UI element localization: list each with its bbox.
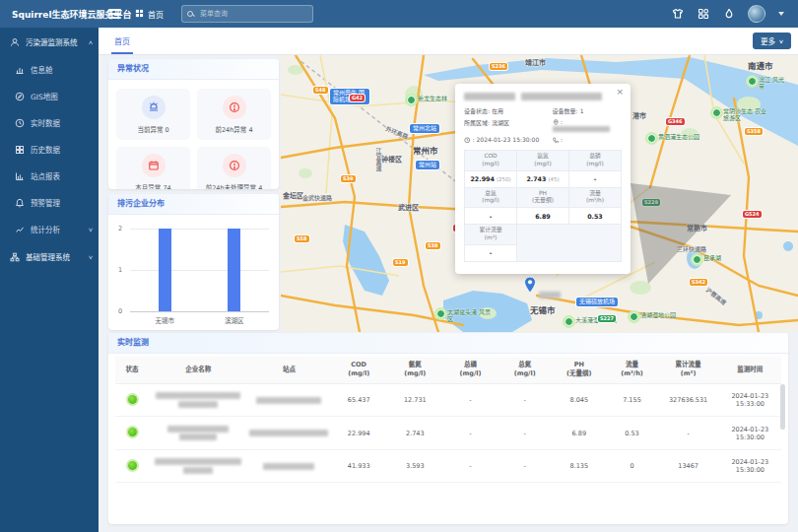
cell-tp: - — [443, 383, 498, 417]
road-badge: S19 — [393, 259, 408, 266]
abnormal-card-label: 当前异常 0 — [137, 124, 168, 134]
chart-bar — [159, 229, 171, 311]
map-poi-green: 常阴沙生态 农业旅游区 — [712, 108, 768, 122]
main-content: 异常状况 当前异常 0前24h异常 4本月异常 74前24h未处理异常 4 排污… — [99, 54, 798, 532]
chart-category-label: 无锡市 — [156, 315, 175, 325]
sidebar-item-gis-map[interactable]: GIS地图 — [0, 83, 99, 109]
gis-map-icon — [15, 91, 26, 101]
sidebar-item-base-system[interactable]: 基础管理系统∨ — [0, 242, 99, 271]
status-dot-online — [128, 461, 137, 470]
park-poi-icon — [407, 96, 416, 104]
cell-cod: 65.437 — [331, 383, 387, 417]
pin-label-redacted — [539, 292, 561, 299]
table-header: 总氮(mg/l) — [498, 357, 552, 383]
theme-skin-icon[interactable] — [671, 8, 684, 21]
table-header: 总磷(mg/l) — [443, 357, 498, 383]
chevron-up-icon: ∧ — [88, 39, 94, 45]
sidebar-item-realtime-data[interactable]: 实时数据 — [0, 109, 99, 136]
sidebar-item-label: 基础管理系统 — [26, 251, 70, 262]
breadcrumb-home[interactable]: 首页 — [148, 9, 164, 20]
sidebar-item-stats-analysis[interactable]: 统计分析∨ — [0, 216, 99, 242]
cell-total: - — [658, 417, 719, 450]
sidebar-item-alert-manage[interactable]: 预警管理 — [0, 189, 99, 216]
sidebar-item-label: 站点报表 — [31, 170, 60, 181]
road-badge: S38 — [426, 242, 440, 249]
sidebar-item-label: 实时数据 — [31, 117, 60, 128]
map-label: 南通市 — [748, 59, 773, 71]
alert-circle-icon — [223, 96, 246, 119]
calendar-icon — [142, 154, 166, 177]
user-avatar[interactable] — [748, 5, 765, 23]
cell-tp: - — [443, 417, 498, 450]
cell-tn: - — [498, 449, 552, 483]
abnormal-card-3[interactable]: 前24h未处理异常 4 — [197, 147, 271, 189]
table-row[interactable]: 65.43712.731--8.0457.155327636.5312024-0… — [115, 383, 781, 417]
group-icon — [10, 36, 21, 47]
siren-icon — [142, 96, 166, 119]
map-label: 常熟市 — [687, 223, 707, 233]
road-badge: S229 — [642, 199, 660, 206]
company-name-redacted — [149, 449, 247, 483]
cell-ph: 8.045 — [552, 383, 606, 417]
table-header: 企业名称 — [149, 357, 247, 383]
map-poi-green: 黄泗浦生态公园 — [647, 134, 699, 143]
table-header: COD(mg/l) — [331, 357, 387, 383]
sidebar-item-station-report[interactable]: 站点报表 — [0, 163, 99, 189]
map-poi-green: 新龙生态林 — [407, 96, 447, 104]
abnormal-card-label: 前24h未处理异常 4 — [206, 182, 263, 189]
table-row[interactable]: 22.9942.743--6.890.53-2024-01-23 15:30:0… — [115, 417, 781, 450]
chart-ytick: 1 — [118, 266, 122, 274]
table-header: PH(无量纲) — [552, 357, 606, 383]
popup-metrics-table: COD(mg/l) 氨氮(mg/l) 总磷(mg/l) 22.994 (250)… — [464, 150, 622, 262]
cell-flow: 7.155 — [606, 383, 657, 417]
chart-gridline — [130, 311, 269, 312]
abnormal-card-2[interactable]: 本月异常 74 — [116, 147, 190, 189]
sidebar-item-info-hub[interactable]: 信息舱 — [0, 56, 99, 83]
sidebar-item-pollution-system[interactable]: 污染源监测系统∧ — [0, 28, 99, 56]
hamburger-menu-icon[interactable] — [108, 7, 121, 21]
gis-map[interactable]: 靖江市南通市港市常州市钟楼区武进区金坛区无锡市常熟市金武快速路外环高路江宜高速三… — [281, 55, 798, 332]
popup-title-redacted — [464, 92, 622, 100]
chevron-down-icon: ∨ — [88, 254, 94, 260]
breadcrumb[interactable]: 首页 — [135, 9, 164, 20]
sidebar-item-label: 预警管理 — [31, 197, 60, 208]
map-pin-icon[interactable] — [523, 276, 537, 294]
realtime-monitor-panel: 实时监测 状态企业名称站点COD(mg/l)氨氮(mg/l)总磷(mg/l)总氮… — [108, 333, 788, 524]
chevron-down-icon: ∨ — [778, 38, 784, 44]
top-right-actions — [671, 5, 798, 23]
components-icon[interactable] — [697, 8, 709, 21]
road-badge: G42 — [350, 95, 365, 101]
bar-chart-categories: 无锡市滨湖区 — [130, 315, 269, 325]
tab-home[interactable]: 首页 — [111, 32, 133, 54]
cell-flow: 0 — [606, 449, 657, 483]
table-row[interactable]: 41.9333.593--8.1350134672024-01-23 15:30… — [115, 449, 781, 483]
sidebar-item-history-data[interactable]: 历史数据 — [0, 136, 99, 163]
close-icon[interactable]: × — [616, 87, 624, 97]
cell-cod: 22.994 — [331, 417, 387, 450]
abnormal-card-1[interactable]: 前24h异常 4 — [197, 89, 271, 140]
grid-icon — [135, 9, 144, 20]
abnormal-card-0[interactable]: 当前异常 0 — [116, 89, 190, 140]
park-poi-icon — [630, 312, 638, 321]
table-header: 状态 — [115, 357, 149, 383]
map-label: 江宜高速 — [374, 148, 383, 171]
chevron-down-icon[interactable] — [778, 12, 784, 16]
more-button[interactable]: 更多 ∨ — [753, 33, 791, 49]
flame-icon[interactable] — [722, 8, 735, 21]
cell-time: 2024-01-23 15:30:00 — [719, 417, 781, 450]
tree-icon — [10, 251, 21, 262]
sidebar-item-label: 统计分析 — [31, 224, 60, 234]
realtime-table: 状态企业名称站点COD(mg/l)氨氮(mg/l)总磷(mg/l)总氮(mg/l… — [115, 357, 781, 483]
history-icon — [15, 144, 26, 155]
tab-bar: 首页 更多 ∨ — [99, 28, 798, 55]
status-dot-online — [128, 428, 137, 436]
park-poi-icon — [693, 255, 701, 264]
panel-title-distribution: 排污企业分布 — [108, 194, 279, 215]
search-input[interactable] — [198, 9, 307, 19]
park-poi-icon — [565, 317, 573, 326]
menu-search[interactable] — [181, 5, 313, 23]
abnormal-card-label: 本月异常 74 — [135, 182, 170, 189]
map-label: 武进区 — [398, 202, 419, 212]
abnormal-status-panel: 异常状况 当前异常 0前24h异常 4本月异常 74前24h未处理异常 4 — [108, 59, 279, 189]
table-scrollbar[interactable] — [780, 384, 785, 430]
